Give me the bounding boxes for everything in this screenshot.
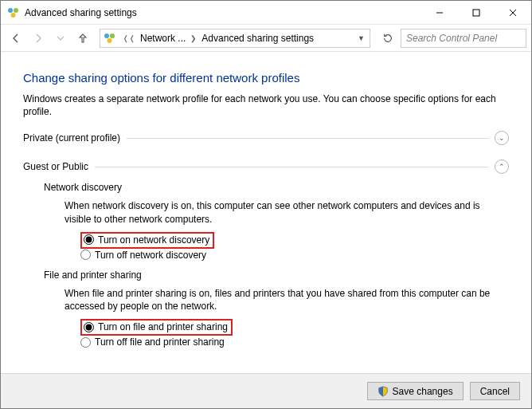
content-area: Change sharing options for different net… [1,52,531,373]
radio-label[interactable]: Turn off file and printer sharing [95,336,225,348]
svg-point-8 [110,33,115,38]
search-input[interactable]: Search Control Panel [401,29,526,48]
maximize-button[interactable] [458,1,495,25]
page-heading: Change sharing options for different net… [23,71,509,85]
save-changes-button[interactable]: Save changes [367,382,464,400]
radio-fs-off[interactable] [80,337,91,348]
section-label: Private (current profile) [23,132,120,144]
highlight-box: Turn on file and printer sharing [80,319,233,336]
window-title: Advanced sharing settings [25,7,421,18]
control-panel-icon [7,6,20,19]
group-title: Network discovery [44,182,509,193]
back-button[interactable] [6,28,26,49]
breadcrumb-sep: ❬❬ [119,34,139,42]
divider [95,167,488,167]
network-discovery-group: Network discovery When network discovery… [44,182,509,261]
button-label: Cancel [480,386,510,397]
breadcrumb-item[interactable]: Advanced sharing settings [200,33,315,44]
refresh-button[interactable] [377,29,399,48]
toolbar: ❬❬ Network ... ❯ Advanced sharing settin… [1,25,531,52]
chevron-down-icon[interactable]: ⌄ [495,131,509,145]
minimize-button[interactable] [421,1,458,25]
up-button[interactable] [72,28,93,49]
svg-point-7 [104,33,109,38]
chevron-up-icon[interactable]: ⌃ [495,159,509,174]
divider [127,138,488,139]
section-guest[interactable]: Guest or Public ⌃ [23,156,509,177]
page-description: Windows creates a separate network profi… [23,92,509,118]
group-title: File and printer sharing [44,269,509,281]
button-label: Save changes [393,386,453,397]
recent-dropdown[interactable] [50,28,71,49]
group-description: When file and printer sharing is on, fil… [65,287,509,313]
close-button[interactable] [495,1,531,25]
radio-fs-on[interactable] [84,322,94,332]
address-dropdown[interactable]: ▼ [353,34,370,42]
section-label: Guest or Public [23,161,88,172]
breadcrumb-item[interactable]: Network ... [139,33,187,44]
address-bar[interactable]: ❬❬ Network ... ❯ Advanced sharing settin… [100,29,370,48]
file-sharing-group: File and printer sharing When file and p… [44,269,509,348]
svg-point-0 [8,8,13,13]
group-description: When network discovery is on, this compu… [65,199,509,225]
radio-nd-off[interactable] [80,250,91,260]
radio-label[interactable]: Turn off network discovery [95,250,206,261]
chevron-right-icon[interactable]: ❯ [187,34,200,42]
titlebar: Advanced sharing settings [1,1,531,25]
svg-point-1 [14,8,18,13]
control-panel-icon [104,32,116,45]
radio-nd-on[interactable] [84,234,94,245]
radio-label[interactable]: Turn on network discovery [98,234,209,246]
svg-point-2 [11,13,16,18]
forward-button[interactable] [28,28,49,49]
footer: Save changes Cancel [1,373,531,408]
shield-icon [377,386,389,397]
section-private[interactable]: Private (current profile) ⌄ [23,128,509,148]
radio-label[interactable]: Turn on file and printer sharing [98,321,228,332]
cancel-button[interactable]: Cancel [470,382,520,400]
search-placeholder: Search Control Panel [406,33,497,44]
svg-point-9 [108,38,112,43]
highlight-box: Turn on network discovery [80,232,214,249]
svg-rect-4 [473,10,479,16]
